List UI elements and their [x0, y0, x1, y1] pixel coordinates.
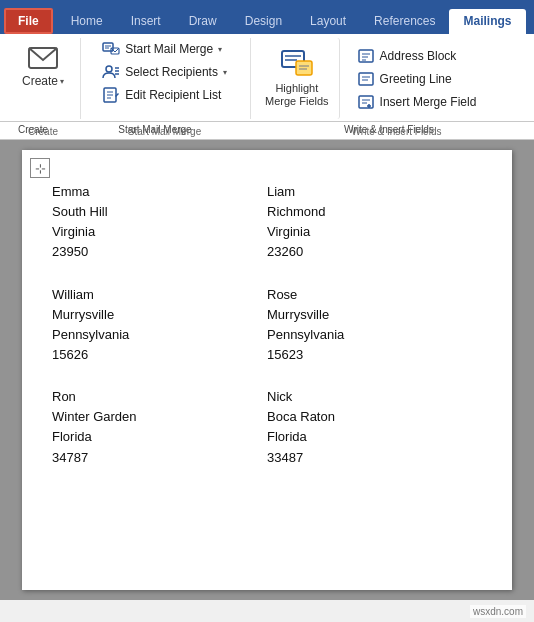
insert-merge-field-button[interactable]: Insert Merge Field — [352, 91, 482, 113]
select-recipients-button[interactable]: Select Recipients ▾ — [97, 61, 232, 83]
list-item: Nick Boca Raton Florida 33487 — [267, 387, 482, 468]
address-city: Murrysville — [267, 305, 482, 325]
ribbon-group-write-insert: Address Block Greeting Line — [344, 38, 490, 119]
address-name: Nick — [267, 387, 482, 407]
address-city: South Hill — [52, 202, 267, 222]
ribbon-group-mailmerge-label: Start Mail Merge — [128, 126, 201, 137]
list-item: Ron Winter Garden Florida 34787 — [52, 387, 267, 468]
address-columns: Emma South Hill Virginia 23950 William M… — [52, 182, 482, 490]
insert-merge-field-label: Insert Merge Field — [380, 95, 477, 109]
greeting-line-button[interactable]: Greeting Line — [352, 68, 482, 90]
ribbon-group-mailmerge: Start Mail Merge ▾ Select Recipients ▾ — [81, 38, 251, 119]
address-city: Richmond — [267, 202, 482, 222]
ribbon-content: Create ▾ Create Start Mail Merge — [0, 34, 534, 122]
start-mail-merge-label: Start Mail Merge — [125, 42, 213, 56]
tab-references[interactable]: References — [360, 9, 449, 34]
svg-rect-16 — [296, 61, 312, 75]
start-merge-arrow: ▾ — [218, 45, 222, 54]
address-state: Virginia — [52, 222, 267, 242]
address-name: Liam — [267, 182, 482, 202]
address-block-label: Address Block — [380, 49, 457, 63]
highlight-label: HighlightMerge Fields — [265, 82, 329, 108]
ribbon-labels-row: Create Start Mail Merge Write & Insert F… — [0, 122, 534, 140]
address-column-left: Emma South Hill Virginia 23950 William M… — [52, 182, 267, 490]
create-button[interactable]: Create ▾ — [14, 38, 72, 92]
edit-recipients-icon — [102, 87, 120, 103]
highlight-icon — [277, 42, 317, 82]
envelope-icon — [27, 42, 59, 74]
address-city: Boca Raton — [267, 407, 482, 427]
insert-merge-field-icon — [357, 94, 375, 110]
address-name: William — [52, 285, 267, 305]
edit-recipient-list-button[interactable]: Edit Recipient List — [97, 84, 232, 106]
edit-recipient-list-label: Edit Recipient List — [125, 88, 221, 102]
address-state: Virginia — [267, 222, 482, 242]
tab-draw[interactable]: Draw — [175, 9, 231, 34]
start-mail-merge-button[interactable]: Start Mail Merge ▾ — [97, 38, 232, 60]
address-column-right: Liam Richmond Virginia 23260 Rose Murrys… — [267, 182, 482, 490]
highlight-merge-fields-button[interactable]: HighlightMerge Fields — [255, 38, 340, 119]
address-block-button[interactable]: Address Block — [352, 45, 482, 67]
address-block-icon — [357, 48, 375, 64]
address-state: Florida — [267, 427, 482, 447]
address-state: Pennsylvania — [52, 325, 267, 345]
ribbon-group-create: Create ▾ Create — [6, 38, 81, 119]
create-dropdown-arrow: ▾ — [60, 77, 64, 86]
address-zip: 23260 — [267, 242, 482, 262]
select-recipients-label: Select Recipients — [125, 65, 218, 79]
svg-rect-23 — [359, 73, 373, 85]
document-area: ⊹ Emma South Hill Virginia 23950 William… — [0, 140, 534, 600]
document-page: ⊹ Emma South Hill Virginia 23950 William… — [22, 150, 512, 590]
watermark: wsxdn.com — [470, 605, 526, 618]
recipients-arrow: ▾ — [223, 68, 227, 77]
greeting-line-label: Greeting Line — [380, 72, 452, 86]
address-state: Florida — [52, 427, 267, 447]
tab-mailings[interactable]: Mailings — [449, 9, 525, 34]
address-city: Winter Garden — [52, 407, 267, 427]
tab-layout[interactable]: Layout — [296, 9, 360, 34]
move-handle[interactable]: ⊹ — [30, 158, 50, 178]
tab-design[interactable]: Design — [231, 9, 296, 34]
tab-file[interactable]: File — [4, 8, 53, 34]
tab-bar: File Home Insert Draw Design Layout Refe… — [0, 0, 534, 34]
tab-insert[interactable]: Insert — [117, 9, 175, 34]
write-insert-fields-label: Write & Insert Fields — [352, 126, 442, 137]
mailmerge-items: Start Mail Merge ▾ Select Recipients ▾ — [97, 38, 232, 106]
address-zip: 23950 — [52, 242, 267, 262]
create-label: Create ▾ — [22, 74, 64, 88]
address-zip: 15626 — [52, 345, 267, 365]
list-item: Emma South Hill Virginia 23950 — [52, 182, 267, 263]
address-state: Pennsylvania — [267, 325, 482, 345]
list-item: Rose Murrysville Pennsylvania 15623 — [267, 285, 482, 366]
ribbon-group-create-label: Create — [28, 126, 58, 137]
list-item: William Murrysville Pennsylvania 15626 — [52, 285, 267, 366]
address-zip: 34787 — [52, 448, 267, 468]
svg-point-5 — [106, 66, 112, 72]
tab-home[interactable]: Home — [57, 9, 117, 34]
address-name: Rose — [267, 285, 482, 305]
select-recipients-icon — [102, 64, 120, 80]
address-zip: 15623 — [267, 345, 482, 365]
address-name: Ron — [52, 387, 267, 407]
address-zip: 33487 — [267, 448, 482, 468]
address-city: Murrysville — [52, 305, 267, 325]
greeting-line-icon — [357, 71, 375, 87]
list-item: Liam Richmond Virginia 23260 — [267, 182, 482, 263]
address-name: Emma — [52, 182, 267, 202]
mail-merge-icon — [102, 41, 120, 57]
